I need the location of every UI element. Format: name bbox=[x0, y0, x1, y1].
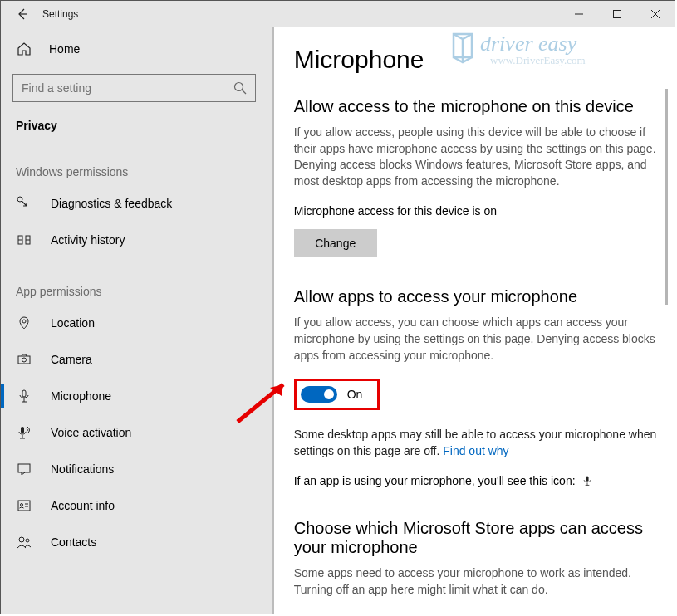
close-button[interactable] bbox=[636, 1, 675, 27]
microphone-indicator-icon bbox=[581, 475, 593, 489]
section-store-apps-title: Choose which Microsoft Store apps can ac… bbox=[294, 519, 658, 557]
sidebar-item-label: Notifications bbox=[51, 462, 114, 476]
sidebar-item-label: Microphone bbox=[51, 389, 111, 403]
titlebar: Settings bbox=[1, 1, 675, 27]
section-device-access-desc: If you allow access, people using this d… bbox=[294, 125, 658, 189]
sidebar-item-activity[interactable]: Activity history bbox=[1, 222, 274, 258]
sidebar-item-location[interactable]: Location bbox=[1, 305, 274, 341]
device-access-status: Microphone access for this device is on bbox=[294, 204, 658, 218]
sidebar-home[interactable]: Home bbox=[1, 31, 274, 67]
account-info-icon bbox=[16, 498, 32, 513]
maximize-button[interactable] bbox=[598, 1, 636, 27]
section-device-access-title: Allow access to the microphone on this d… bbox=[294, 97, 658, 116]
sidebar-item-label: Diagnostics & feedback bbox=[51, 197, 172, 210]
svg-rect-0 bbox=[614, 11, 621, 18]
svg-rect-11 bbox=[18, 501, 30, 511]
window-title: Settings bbox=[42, 8, 78, 20]
notifications-icon bbox=[16, 462, 32, 477]
svg-rect-15 bbox=[586, 477, 589, 482]
main-content: Microphone Allow access to the microphon… bbox=[274, 27, 675, 614]
sidebar-item-camera[interactable]: Camera bbox=[1, 341, 274, 378]
sidebar-item-label: Activity history bbox=[51, 233, 125, 247]
sidebar-item-label: Camera bbox=[51, 353, 92, 366]
settings-window: Settings Home bbox=[0, 0, 675, 614]
search-field[interactable] bbox=[22, 81, 233, 95]
highlight-box: On bbox=[294, 379, 380, 410]
minimize-button[interactable] bbox=[560, 1, 598, 27]
sidebar-item-label: Voice activation bbox=[51, 426, 131, 439]
mic-usage-text: If an app is using your microphone, you'… bbox=[294, 474, 576, 487]
sidebar-item-diagnostics[interactable]: Diagnostics & feedback bbox=[1, 185, 274, 222]
search-icon bbox=[233, 81, 247, 95]
svg-rect-6 bbox=[18, 356, 30, 364]
search-input[interactable] bbox=[12, 74, 256, 102]
svg-rect-10 bbox=[18, 464, 30, 472]
sidebar: Home Privacy Windows permissions Diagnos… bbox=[1, 27, 274, 614]
find-out-why-link[interactable]: Find out why bbox=[443, 444, 508, 457]
svg-point-14 bbox=[26, 539, 29, 542]
change-button[interactable]: Change bbox=[294, 229, 377, 257]
sidebar-item-notifications[interactable]: Notifications bbox=[1, 451, 274, 487]
activity-history-icon bbox=[16, 232, 32, 247]
home-icon bbox=[16, 42, 32, 56]
toggle-label: On bbox=[347, 388, 363, 401]
toggle-knob bbox=[324, 389, 334, 399]
svg-point-12 bbox=[21, 504, 23, 506]
desktop-apps-note: Some desktop apps may still be able to a… bbox=[294, 427, 658, 459]
svg-rect-9 bbox=[21, 427, 24, 433]
section-app-access-title: Allow apps to access your microphone bbox=[294, 287, 658, 306]
sidebar-item-voice-activation[interactable]: Voice activation bbox=[1, 414, 274, 451]
svg-rect-8 bbox=[22, 390, 26, 397]
sidebar-item-account-info[interactable]: Account info bbox=[1, 487, 274, 524]
sidebar-item-label: Location bbox=[51, 316, 95, 330]
sidebar-home-label: Home bbox=[49, 42, 80, 56]
svg-point-1 bbox=[234, 83, 243, 91]
sidebar-item-microphone[interactable]: Microphone bbox=[1, 378, 274, 414]
voice-activation-icon bbox=[16, 425, 32, 440]
app-access-toggle-row: On bbox=[294, 379, 658, 410]
main-scrollbar[interactable] bbox=[665, 89, 668, 305]
window-controls bbox=[560, 1, 675, 27]
svg-point-7 bbox=[22, 358, 27, 362]
back-button[interactable] bbox=[12, 4, 32, 24]
group-windows-permissions: Windows permissions bbox=[1, 139, 274, 185]
microphone-icon bbox=[16, 389, 32, 403]
svg-point-13 bbox=[19, 537, 24, 542]
svg-point-5 bbox=[22, 320, 26, 323]
sidebar-item-label: Contacts bbox=[51, 535, 96, 549]
section-store-apps-desc: Some apps need to access your microphone… bbox=[294, 565, 658, 598]
mic-usage-icon-line: If an app is using your microphone, you'… bbox=[294, 474, 658, 489]
contacts-icon bbox=[16, 535, 32, 550]
group-app-permissions: App permissions bbox=[1, 258, 274, 305]
page-title: Microphone bbox=[294, 46, 658, 74]
sidebar-item-label: Account info bbox=[51, 499, 115, 512]
diagnostics-icon bbox=[16, 196, 32, 211]
location-icon bbox=[16, 315, 32, 330]
camera-icon bbox=[16, 352, 32, 367]
sidebar-item-contacts[interactable]: Contacts bbox=[1, 524, 274, 560]
app-access-toggle[interactable] bbox=[301, 386, 337, 403]
section-app-access-desc: If you allow access, you can choose whic… bbox=[294, 315, 658, 364]
current-page: Privacy bbox=[1, 109, 274, 139]
